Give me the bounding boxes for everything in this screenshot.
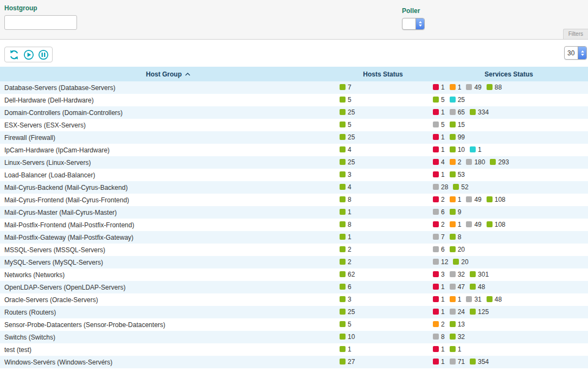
table-row[interactable]: Dell-Hardware (Dell-Hardware) 5 525 xyxy=(0,94,588,106)
pause-icon[interactable] xyxy=(37,49,49,60)
filters-tab[interactable]: Filters xyxy=(563,29,588,39)
table-row[interactable]: Load-Balancer (Load-Balancer) 3 153 xyxy=(0,169,588,181)
hostgroup-name[interactable]: Switchs (Switchs) xyxy=(4,334,55,341)
hostgroup-name[interactable]: Mail-Postfix-Gateway (Mail-Postfix-Gatew… xyxy=(4,234,133,241)
table-row[interactable]: Oracle-Servers (Oracle-Servers) 3 113148 xyxy=(0,293,588,306)
status-square-red xyxy=(433,296,439,302)
table-row[interactable]: Sensor-Probe-Datacenters (Sensor-Probe-D… xyxy=(0,318,588,331)
table-row[interactable]: Routers (Routers) 25 124125 xyxy=(0,306,588,318)
gray-status-badge: 6 xyxy=(433,246,445,253)
status-square-green xyxy=(487,296,493,302)
header-services-status[interactable]: Services Status xyxy=(430,67,588,81)
poller-select[interactable] xyxy=(402,18,425,30)
table-row[interactable]: MSSQL-Servers (MSSQL-Servers) 2 620 xyxy=(0,244,588,256)
status-square-green xyxy=(340,284,346,290)
hostgroup-name[interactable]: Networks (Networks) xyxy=(4,271,65,279)
table-row[interactable]: Database-Servers (Database-Servers) 7 11… xyxy=(0,81,588,94)
table-row[interactable]: MySQL-Servers (MySQL-Servers) 2 1220 xyxy=(0,256,588,268)
table-row[interactable]: test (test) 1 11 xyxy=(0,343,588,356)
table-row[interactable]: Mail-Cyrus-Master (Mail-Cyrus-Master) 1 … xyxy=(0,206,588,219)
status-count: 3 xyxy=(441,271,445,278)
green-status-badge: 8 xyxy=(450,233,462,241)
sort-asc-icon xyxy=(185,73,190,76)
hostgroup-name[interactable]: Mail-Postfix-Frontend (Mail-Postfix-Fron… xyxy=(4,221,134,229)
hostgroup-name[interactable]: ESX-Servers (ESX-Servers) xyxy=(4,121,86,129)
status-count: 99 xyxy=(458,133,465,141)
hosts-status-badges: 25 xyxy=(340,134,360,142)
status-square-gray xyxy=(433,246,439,252)
table-row[interactable]: ESX-Servers (ESX-Servers) 5 515 xyxy=(0,119,588,131)
services-status-badges: 525 xyxy=(433,97,470,104)
table-row[interactable]: Switchs (Switchs) 10 832 xyxy=(0,331,588,343)
green-status-badge: 62 xyxy=(340,271,355,278)
hostgroup-name[interactable]: MSSQL-Servers (MSSQL-Servers) xyxy=(4,246,105,254)
green-status-badge: 53 xyxy=(450,171,465,178)
status-count: 5 xyxy=(348,96,351,104)
hostgroup-name[interactable]: Dell-Hardware (Dell-Hardware) xyxy=(4,97,94,104)
table-row[interactable]: IpCam-Hardware (IpCam-Hardware) 4 1101 xyxy=(0,144,588,156)
orange-status-badge: 1 xyxy=(450,84,462,91)
table-row[interactable]: Mail-Postfix-Frontend (Mail-Postfix-Fron… xyxy=(0,219,588,231)
status-count: 25 xyxy=(348,133,355,141)
status-count: 1 xyxy=(348,346,351,353)
hosts-status-badges: 8 xyxy=(340,221,356,229)
hostgroup-name[interactable]: Mail-Cyrus-Master (Mail-Cyrus-Master) xyxy=(4,209,117,216)
page-size-value: 30 xyxy=(565,47,578,59)
table-row[interactable]: Domain-Controllers (Domain-Controllers) … xyxy=(0,106,588,119)
hostgroup-name[interactable]: Routers (Routers) xyxy=(4,309,56,316)
table-row[interactable]: Windows-Servérs (Windows-Servérs) 27 171… xyxy=(0,356,588,368)
hostgroup-filter-input[interactable] xyxy=(4,15,77,30)
green-status-badge: 20 xyxy=(453,258,468,266)
status-count: 62 xyxy=(348,271,355,278)
page-size-select[interactable]: 30 xyxy=(564,46,587,60)
select-stepper-icon xyxy=(416,18,424,29)
status-square-green xyxy=(450,246,456,252)
hostgroup-name[interactable]: Sensor-Probe-Datacenters (Sensor-Probe-D… xyxy=(4,321,165,329)
status-count: 1 xyxy=(458,296,462,303)
hostgroup-name[interactable]: IpCam-Hardware (IpCam-Hardware) xyxy=(4,146,110,154)
red-status-badge: 4 xyxy=(433,158,445,166)
refresh-icon[interactable] xyxy=(8,49,20,60)
table-header: Host Group Hosts Status Services Status xyxy=(0,67,588,81)
table-row[interactable]: Networks (Networks) 62 332301 xyxy=(0,268,588,281)
table-row[interactable]: Mail-Postfix-Gateway (Mail-Postfix-Gatew… xyxy=(0,231,588,244)
status-square-green xyxy=(470,309,476,315)
hostgroup-name[interactable]: OpenLDAP-Servers (OpenLDAP-Servers) xyxy=(4,284,125,291)
table-row[interactable]: Linux-Servers (Linux-Servers) 25 4218029… xyxy=(0,156,588,169)
hostgroup-name[interactable]: MySQL-Servers (MySQL-Servers) xyxy=(4,259,103,266)
hostgroup-name[interactable]: Linux-Servers (Linux-Servers) xyxy=(4,159,91,167)
green-status-badge: 5 xyxy=(340,121,351,129)
status-count: 6 xyxy=(348,283,351,291)
hostgroup-name[interactable]: test (test) xyxy=(4,346,31,354)
status-count: 8 xyxy=(458,233,462,241)
green-status-badge: 52 xyxy=(453,183,468,191)
table-row[interactable]: Mail-Cyrus-Backend (Mail-Cyrus-Backend) … xyxy=(0,181,588,194)
hosts-status-badges: 5 xyxy=(340,321,356,329)
green-status-badge: 108 xyxy=(487,221,506,228)
hostgroup-name[interactable]: Oracle-Servers (Oracle-Servers) xyxy=(4,296,98,304)
hostgroup-name[interactable]: Database-Servers (Database-Servers) xyxy=(4,84,116,92)
status-count: 1 xyxy=(441,84,445,91)
status-count: 4 xyxy=(348,183,351,191)
status-square-red xyxy=(433,284,439,290)
header-hosts-status[interactable]: Hosts Status xyxy=(336,67,430,81)
status-count: 5 xyxy=(348,321,351,328)
hostgroup-name[interactable]: Domain-Controllers (Domain-Controllers) xyxy=(4,109,123,117)
hostgroup-name[interactable]: Load-Balancer (Load-Balancer) xyxy=(4,171,95,179)
table-row[interactable]: Firewall (Firewall) 25 199 xyxy=(0,131,588,144)
play-icon[interactable] xyxy=(23,49,34,60)
hostgroup-name[interactable]: Mail-Cyrus-Backend (Mail-Cyrus-Backend) xyxy=(4,184,127,191)
status-count: 1 xyxy=(478,146,482,153)
hostgroup-name[interactable]: Mail-Cyrus-Frontend (Mail-Cyrus-Frontend… xyxy=(4,196,129,204)
green-status-badge: 6 xyxy=(340,283,351,291)
table-row[interactable]: Mail-Cyrus-Frontend (Mail-Cyrus-Frontend… xyxy=(0,194,588,206)
hostgroup-name[interactable]: Firewall (Firewall) xyxy=(4,134,55,142)
status-square-green xyxy=(470,109,476,115)
status-square-gray xyxy=(466,84,472,90)
table-row[interactable]: OpenLDAP-Servers (OpenLDAP-Servers) 6 14… xyxy=(0,281,588,293)
gray-status-badge: 5 xyxy=(433,121,445,129)
hostgroup-name[interactable]: Windows-Servérs (Windows-Servérs) xyxy=(4,359,112,366)
status-count: 24 xyxy=(458,308,465,316)
header-host-group[interactable]: Host Group xyxy=(0,67,336,81)
status-square-cyan xyxy=(450,97,456,103)
